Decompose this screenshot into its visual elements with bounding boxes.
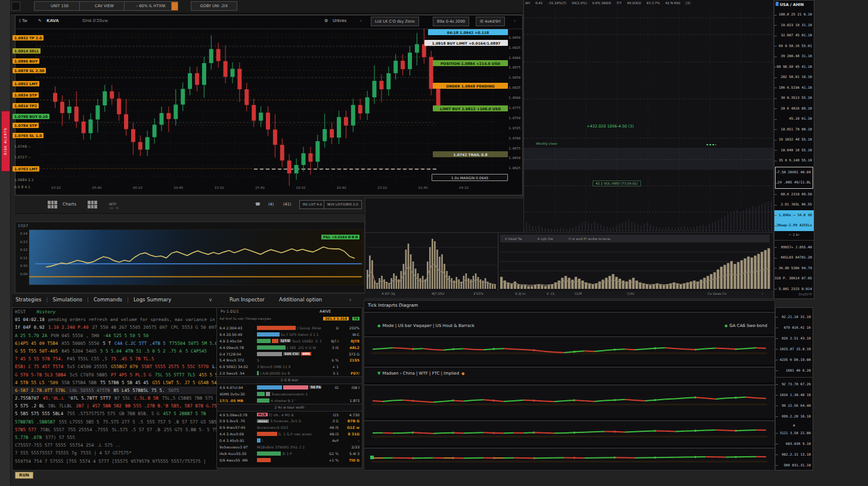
ladder-row[interactable]: 08.6 2310 09.50 [774, 189, 814, 200]
ladder-row[interactable]: 69 0 58.16 55.01 [774, 41, 814, 52]
menu-run-inspector[interactable]: Run Inspector [230, 297, 265, 303]
chevron-right-icon[interactable]: › [360, 18, 362, 23]
order-label[interactable]: 1.0727 -- [13, 154, 32, 160]
stats-row[interactable]: 4.9 3.45v:041J7/05ss5 15082 .3. 99J7.I8J… [217, 338, 362, 344]
stats-row[interactable]: 0.9 5.9sv5 .70msvs3.%swvws .3v1 G.3 GB7B… [217, 418, 362, 424]
status-badge[interactable]: RUN [15, 472, 33, 479]
stats-row[interactable]: 6.9 5092) 34.023 Bmsv5 5MB 11 9+ 1 [217, 363, 362, 370]
stats-row[interactable]: 4.4 09wv5:78| S85 .2IS V G W3 I5A8L2 [217, 344, 362, 351]
order-label[interactable]: 1.0784 STP [13, 123, 39, 128]
stats-row[interactable]: 0.4 7128:04S09 CVi4M9373 G [217, 351, 362, 357]
ladder-row[interactable]: 99957+ J.0S5.40 [774, 242, 814, 253]
order-label[interactable]: 1.0834 STP [13, 92, 39, 98]
ladder-row[interactable]: 19 1032 48 55.10 [774, 135, 814, 145]
tick-intervals-panel[interactable]: Tick Intraprts Diagram ◆Mode | US bar Vw… [364, 300, 775, 471]
order-label[interactable]: 1.0932 TP 2.0 [13, 35, 44, 40]
stats-row[interactable]: 4.9 5.09wv3:78M1BT) VA.. 4 MS BI254.730 [217, 412, 362, 418]
menu-item-logs-summary[interactable]: Logs Summary [134, 297, 171, 303]
stats-row[interactable]: 9.9 4rwv57:45Bsvwsvwsv5 G534B I5G1Z w [217, 424, 362, 431]
order-label[interactable]: 1.0748 -- [13, 144, 32, 149]
ladder-row[interactable]: 30 0.3513 55.10 [774, 93, 814, 104]
stats-row[interactable]: 9.4 20.50:49Sv.7 GPS Vwlvn 3 1 1W-C [217, 331, 362, 338]
menu-item-commands[interactable]: Commands [94, 297, 122, 303]
chart-header-button-0[interactable]: List LK C'O dsy Zone [371, 17, 419, 26]
top-tab-1[interactable]: CAV VIEW [79, 1, 129, 11]
ladder-row[interactable]: 7.50 20V01 40.04 [776, 167, 813, 178]
caret-down-icon[interactable]: ∨ [209, 297, 212, 303]
chevron-right-icon[interactable]: › [514, 18, 516, 23]
menu-item-simulations[interactable]: Simulations [52, 297, 82, 303]
grid-view-icon[interactable] [48, 201, 57, 208]
stats-row[interactable]: l4s9 4ssv55:303I 1 PG1 %5.4I 3 [217, 450, 362, 457]
ladder-row[interactable]: 32.807 45 01.10 [774, 30, 814, 41]
order-label[interactable]: 1.0798 BUY 0.10 [13, 114, 49, 119]
phone-icon[interactable]: ☎ [255, 202, 261, 207]
symbol-label[interactable]: KAVA [46, 18, 59, 23]
stats-row[interactable]: 4.9 4.97vl:9450 FbIGISB I [217, 384, 362, 391]
chart-header-button-2[interactable]: IE 4s4d/9rl [476, 17, 505, 26]
top-tab-0[interactable]: UNIT 150 [34, 1, 85, 11]
layout-button[interactable]: NOV LIST/GRID 2.0 [324, 200, 362, 209]
stats-row[interactable]: 0.4 3.45v5:91IAvP- [217, 437, 362, 444]
ladder-row[interactable]: 310 P. 30614 07.05 [774, 273, 814, 284]
ladder-row[interactable]: 601L03 A4701.20 [774, 253, 814, 263]
stats-row[interactable]: 4.4 3.4sv5:09G. 1 G.P vws wvws4B.I38 31G [217, 431, 362, 437]
overview-chart-panel[interactable]: AH6:41-31.18%(7)99(2.0%)9.8% 988/87/749.… [523, 0, 773, 233]
order-label[interactable]: 1.0765 SL 1.0 [13, 133, 44, 138]
price-overlay-label[interactable]: LIMIT BUY 1.0812 +108.0 USD [433, 105, 508, 111]
ladder-row[interactable]: 18.851 70 00.10 [774, 124, 814, 135]
gear-icon[interactable]: ⚙ [324, 18, 328, 23]
ladder-row[interactable]: 24 .805 49/11.0L [776, 177, 813, 188]
stats-row[interactable]: 5.4 9rsv5 3725b %21S5 [217, 357, 362, 363]
price-overlay-label[interactable]: 1.0918 BUY LIMIT +0.0164/1.0897 [424, 40, 508, 46]
ladder-row[interactable]: 2.91 J03L 06.55 [774, 200, 814, 210]
ladder-row[interactable]: 186 6.519A 41.10 [774, 83, 814, 94]
ladder-row[interactable]: 1.0V6x — 34.K 98 [774, 210, 814, 221]
ladder-row[interactable]: 36.80 5306 94.79 [774, 263, 814, 274]
price-overlay-label[interactable]: 04:18 1.0942 +0.118 [428, 29, 508, 35]
price-overlay-label[interactable]: 1.0742 TRAIL 0.8 [433, 151, 508, 157]
stats-row[interactable]: 40M5 0v5v:303swsvwsvwsvwsm 1 [217, 391, 362, 397]
stats-row[interactable]: 2.0 5wsv5 .54| ILW J0O00 Dv 85 1F07/ [217, 370, 362, 376]
ladder-row[interactable]: 18.048 18 55.10 [774, 145, 814, 156]
market-stats-panel[interactable]: Pv 1.01/1 A4IVE 4sf 4rsf 3s vstr 79rswp … [216, 307, 362, 468]
ladder-row[interactable]: 39 200.48 31.10 [774, 51, 814, 62]
pencil-icon[interactable]: ✎ [38, 18, 42, 23]
ladder-row[interactable]: 108.8 25 21 0.10 [774, 10, 814, 20]
price-overlay-label[interactable]: ORDER 1.0848 PENDING [433, 83, 508, 89]
ladder-row[interactable]: 45.18 61.10 [774, 114, 814, 124]
order-label[interactable]: 1.0852 LMT [13, 81, 39, 86]
ladder-row[interactable]: 10.023 18 31.10 [774, 20, 814, 31]
equity-plot[interactable]: P&L +0.0184 [29, 229, 364, 285]
ladder-row[interactable]: 98 98.58 45 41.10 [774, 62, 814, 73]
chart-header-button-1[interactable]: B9a 0-4s 2090 [433, 17, 469, 26]
ladder-row[interactable]: 20 6 4816 09.10 [774, 104, 814, 114]
alert-count-1[interactable]: (41) [283, 202, 291, 207]
order-label[interactable]: 1.0878 SL 2.50 [13, 68, 46, 73]
order-label[interactable]: 1.0914 SELL [13, 48, 41, 54]
market-list-button[interactable]: M1 LIST 4.0 [299, 200, 326, 209]
list-view-icon[interactable] [88, 201, 97, 208]
order-label[interactable]: 1.0684 2.1 [13, 177, 35, 182]
order-label[interactable]: 1.0703 LMT [13, 166, 39, 172]
stats-row[interactable]: 17/1 .05 MB4 vbwbw B.1 '1.8?3 [217, 397, 362, 404]
stats-row[interactable]: 9v5wsvwsv3 9TM1BvBvV 3TW0IG 5%L 1 12/33 [217, 444, 362, 450]
mtf-label[interactable]: MTF [109, 202, 116, 206]
ladder-row[interactable]: 202 50.01 10.10 [774, 72, 814, 83]
top-tab-3[interactable]: GOBY UNI .2IX [191, 1, 237, 11]
order-label[interactable]: 6.5 8 4.1 [13, 184, 32, 189]
charts-button[interactable]: Charts [63, 202, 76, 207]
alert-count-0[interactable]: (4) [268, 202, 274, 207]
ladder-row[interactable]: 35 6 9.148 55.10 [774, 155, 814, 166]
journal-log-panel[interactable]: HIST History 01 04:02.18pending orders r… [12, 307, 218, 471]
ladder-row[interactable]: 30way-I.P8 A255Ls [774, 220, 814, 231]
chart-settings-label[interactable]: Urbres [333, 18, 346, 23]
layout-color-icon[interactable] [171, 2, 178, 11]
price-overlay-label[interactable]: 1.0x MARGIN 0.0645 [432, 174, 508, 181]
dom-ladder-panel[interactable]: USA / AHIN 108.8 25 21 0.1010.023 18 31.… [774, 0, 814, 299]
order-label[interactable]: 1.0816 TP2 [13, 103, 39, 108]
stats-row[interactable]: 5/9 4wsv55 .M9+1 %TI0 G [217, 457, 362, 463]
volume-histogram-panel[interactable]: 0 Vwsd TwA vgh DwH w wvd Pr wvAw terwvw. [365, 232, 774, 292]
menu-additional-option[interactable]: Additional option [279, 297, 322, 303]
app-menu-icon[interactable] [11, 2, 20, 11]
